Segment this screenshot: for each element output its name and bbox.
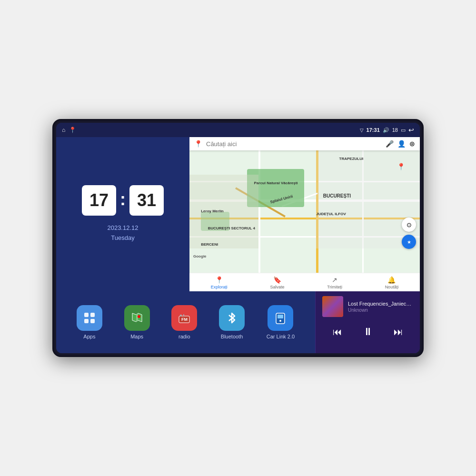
day-value: Tuesday <box>107 233 138 243</box>
news-icon: 🔔 <box>387 276 396 284</box>
map-label-berceni: BERCENI <box>201 242 218 247</box>
svg-rect-1 <box>90 313 95 317</box>
battery-icon: ▭ <box>401 127 406 133</box>
saved-label: Salvate <box>270 285 285 289</box>
music-thumbnail <box>322 296 343 317</box>
app-item-apps[interactable]: Apps <box>77 305 102 339</box>
clock-minutes: 31 <box>129 185 164 216</box>
carlink-icon <box>268 305 293 331</box>
account-icon[interactable]: 👤 <box>397 140 406 148</box>
music-info: Lost Frequencies_Janieck Devy-... Unknow… <box>348 301 413 313</box>
music-panel: Lost Frequencies_Janieck Devy-... Unknow… <box>315 291 420 353</box>
date-info: 2023.12.12 Tuesday <box>107 223 138 243</box>
clock-display: 17 : 31 <box>82 185 164 216</box>
svg-point-14 <box>279 320 281 322</box>
radio-icon: FM <box>171 305 197 331</box>
app-item-bluetooth[interactable]: Bluetooth <box>219 305 245 339</box>
map-body[interactable]: Parcul Natural Văcărești Leroy Merlin BU… <box>189 150 420 273</box>
map-label-park: Parcul Natural Văcărești <box>254 181 298 185</box>
explore-icon: 📍 <box>215 276 223 284</box>
nav-saved[interactable]: 🔖 Salvate <box>270 276 285 289</box>
nav-share[interactable]: ↗ Trimiteți <box>327 276 342 289</box>
map-pin: 📍 <box>397 163 405 170</box>
home-icon[interactable]: ⌂ <box>62 127 65 133</box>
top-section: 17 : 31 2023.12.12 Tuesday 📍 🎤 <box>56 137 420 291</box>
share-icon: ↗ <box>332 276 337 284</box>
map-search-input[interactable] <box>206 140 382 148</box>
svg-marker-5 <box>136 313 138 322</box>
news-label: Noutăți <box>385 285 399 289</box>
map-search-bar: 📍 🎤 👤 ⊛ <box>189 137 420 150</box>
map-bottom-nav: 📍 Explorați 🔖 Salvate ↗ Trimiteți 🔔 <box>189 273 420 291</box>
apps-icon <box>77 305 102 331</box>
app-item-carlink[interactable]: Car Link 2.0 <box>267 305 295 339</box>
status-right: ▽ 17:31 🔊 18 ▭ ↩ <box>360 126 414 134</box>
clock-hours: 17 <box>82 185 116 216</box>
compass-button[interactable]: ⊙ <box>402 218 416 232</box>
screen: ⌂ 📍 ▽ 17:31 🔊 18 ▭ ↩ 17 : <box>56 123 420 353</box>
maps-label: Maps <box>130 334 143 339</box>
bottom-section: Apps Maps <box>56 291 420 353</box>
bluetooth-label: Bluetooth <box>221 334 243 339</box>
share-label: Trimiteți <box>327 285 342 289</box>
svg-rect-11 <box>183 314 184 317</box>
apps-bar: Apps Maps <box>56 291 315 353</box>
maps-pin-icon: 📍 <box>194 140 202 148</box>
map-label-trapezului: TRAPEZULUI <box>339 157 364 161</box>
map-background: Parcul Natural Văcărești Leroy Merlin BU… <box>189 150 420 273</box>
battery-level: 18 <box>392 127 398 133</box>
music-title: Lost Frequencies_Janieck Devy-... <box>348 301 413 307</box>
bluetooth-icon <box>219 305 245 331</box>
svg-rect-3 <box>90 319 95 323</box>
explore-label: Explorați <box>211 285 228 289</box>
map-label-ilfov: JUDEȚUL ILFOV <box>316 212 346 216</box>
nav-news[interactable]: 🔔 Noutăți <box>385 276 399 289</box>
volume-icon: 🔊 <box>383 127 389 133</box>
map-panel[interactable]: 📍 🎤 👤 ⊛ <box>189 137 420 291</box>
status-time: 17:31 <box>367 127 380 133</box>
map-controls: ⊙ ★ <box>402 218 416 249</box>
car-display-unit: ⌂ 📍 ▽ 17:31 🔊 18 ▭ ↩ 17 : <box>52 119 424 357</box>
play-pause-button[interactable]: ⏸ <box>359 324 377 340</box>
app-item-radio[interactable]: FM radio <box>171 305 197 339</box>
map-label-buc: BUCUREȘTI <box>323 193 351 198</box>
mic-icon[interactable]: 🎤 <box>386 140 394 148</box>
svg-rect-10 <box>180 315 182 317</box>
svg-rect-0 <box>84 313 89 317</box>
svg-rect-13 <box>278 315 283 318</box>
next-button[interactable]: ⏭ <box>390 325 407 339</box>
svg-rect-2 <box>84 319 89 323</box>
svg-text:FM: FM <box>181 317 188 322</box>
date-value: 2023.12.12 <box>107 223 138 233</box>
status-bar: ⌂ 📍 ▽ 17:31 🔊 18 ▭ ↩ <box>56 123 420 137</box>
apps-label: Apps <box>83 334 95 339</box>
music-controls: ⏮ ⏸ ⏭ <box>322 321 413 343</box>
main-content: 17 : 31 2023.12.12 Tuesday 📍 🎤 <box>56 137 420 353</box>
back-icon[interactable]: ↩ <box>408 126 414 134</box>
status-left: ⌂ 📍 <box>62 127 76 133</box>
carlink-label: Car Link 2.0 <box>267 334 295 339</box>
prev-button[interactable]: ⏮ <box>329 325 346 339</box>
navigate-button[interactable]: ★ <box>402 235 416 249</box>
svg-point-6 <box>138 315 140 318</box>
music-top: Lost Frequencies_Janieck Devy-... Unknow… <box>322 296 413 317</box>
signal-icon: ▽ <box>360 128 364 133</box>
layers-icon[interactable]: ⊛ <box>409 140 415 148</box>
saved-icon: 🔖 <box>273 276 281 284</box>
map-label-sector4: BUCUREȘTI SECTORUL 4 <box>208 226 255 230</box>
music-artist: Unknown <box>348 307 413 313</box>
app-item-maps[interactable]: Maps <box>124 305 150 339</box>
maps-status-icon[interactable]: 📍 <box>69 127 76 133</box>
map-label-google: Google <box>193 254 207 258</box>
radio-label: radio <box>178 334 190 339</box>
clock-colon: : <box>120 189 126 209</box>
map-label-leroy: Leroy Merlin <box>201 209 224 213</box>
nav-explore[interactable]: 📍 Explorați <box>211 276 228 289</box>
clock-panel: 17 : 31 2023.12.12 Tuesday <box>56 137 189 291</box>
maps-icon-app <box>124 305 150 331</box>
